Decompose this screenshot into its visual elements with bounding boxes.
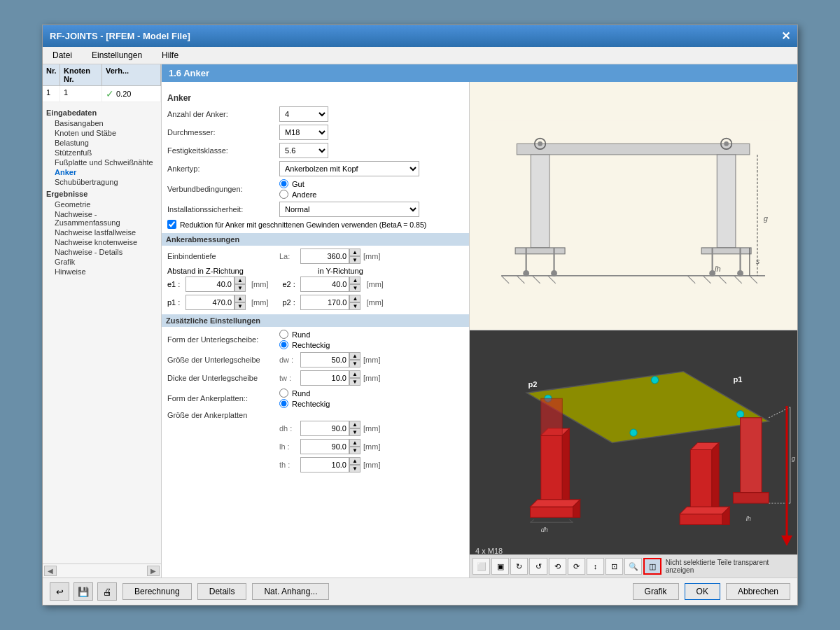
scroll-left[interactable]: ◀ — [44, 566, 57, 576]
e1-down[interactable]: ▼ — [234, 284, 246, 292]
nav-geometrie[interactable]: Geometrie — [46, 200, 158, 209]
dh-down[interactable]: ▼ — [349, 428, 360, 436]
tb-btn-4[interactable]: ↺ — [529, 558, 547, 575]
la-input[interactable] — [300, 248, 349, 264]
cell-nr: 1 — [43, 86, 60, 102]
scheibe-rund-option[interactable]: Rund — [279, 330, 330, 339]
th-down[interactable]: ▼ — [349, 465, 360, 472]
menu-hilfe[interactable]: Hilfe — [158, 49, 183, 62]
nav-schub[interactable]: Schubübertragung — [46, 177, 158, 187]
e1-input[interactable] — [186, 276, 234, 292]
tb-btn-2[interactable]: ▣ — [491, 558, 509, 575]
tb-btn-3[interactable]: ↻ — [510, 558, 528, 575]
durchmesser-select[interactable]: M18 — [279, 125, 328, 140]
nav-grafik[interactable]: Grafik — [46, 257, 158, 267]
dh-up[interactable]: ▲ — [349, 421, 360, 428]
nav-nachweise-lastfall[interactable]: Nachweise lastfallweise — [46, 227, 158, 237]
festigkeit-label: Festigkeitsklasse: — [167, 146, 279, 155]
anker-rund-option[interactable]: Rund — [279, 388, 330, 398]
p1-up[interactable]: ▲ — [234, 295, 246, 302]
reduktion-checkbox[interactable] — [167, 220, 176, 229]
close-button[interactable]: ✕ — [781, 29, 790, 43]
tb-btn-7[interactable]: ↕ — [587, 558, 604, 575]
dw-down[interactable]: ▼ — [349, 360, 360, 368]
svg-text:lh: lh — [715, 265, 721, 273]
menu-einstellungen[interactable]: Einstellungen — [88, 49, 146, 62]
footer-save[interactable]: 💾 — [74, 582, 93, 601]
tb-btn-1[interactable]: ⬜ — [472, 558, 490, 575]
verbund-gut-option[interactable]: Gut — [279, 179, 316, 188]
nav-nachweise-knoten[interactable]: Nachweise knotenweise — [46, 237, 158, 247]
scheibe-rechteckig-option[interactable]: Rechteckig — [279, 340, 330, 349]
form-scheibe-group: Form der Unterlegscheibe: Rund Rechtecki… — [167, 330, 463, 349]
e2-input[interactable] — [300, 276, 349, 292]
nav-stuetzenfuss[interactable]: Stützenfuß — [46, 148, 158, 158]
form-ankerplatte-radio: Rund Rechteckig — [279, 388, 330, 408]
dh-input[interactable] — [300, 421, 349, 436]
nav-basisangaben[interactable]: Basisangaben — [46, 118, 158, 128]
nat-anhang-button[interactable]: Nat. Anhang... — [252, 583, 329, 600]
nav-eingabedaten[interactable]: Eingabedaten — [46, 108, 158, 117]
lh-down[interactable]: ▼ — [349, 447, 360, 454]
p1-down[interactable]: ▼ — [234, 302, 246, 310]
tw-up[interactable]: ▲ — [349, 370, 360, 378]
festigkeit-select[interactable]: 5.6 — [279, 143, 328, 158]
verbund-andere-option[interactable]: Andere — [279, 190, 316, 199]
th-up[interactable]: ▲ — [349, 457, 360, 465]
nav-fussplatte[interactable]: Fußplatte und Schweißnähte — [46, 158, 158, 167]
nav-nachweise-details[interactable]: Nachweise - Details — [46, 247, 158, 257]
installation-select[interactable]: Normal — [279, 202, 419, 217]
anzahl-select[interactable]: 4 — [279, 106, 328, 122]
nav-anker[interactable]: Anker — [46, 167, 158, 177]
lh-input[interactable] — [300, 439, 349, 454]
p2-input[interactable] — [300, 295, 349, 310]
dw-up[interactable]: ▲ — [349, 352, 360, 360]
svg-rect-9 — [702, 248, 752, 254]
lh-up[interactable]: ▲ — [349, 439, 360, 447]
svg-point-37 — [651, 376, 658, 383]
footer-undo[interactable]: ↩ — [50, 582, 69, 601]
table-row[interactable]: 1 1 ✓ 0.20 — [43, 86, 161, 102]
svg-marker-46 — [690, 449, 712, 514]
footer-print[interactable]: 🖨 — [97, 582, 117, 601]
nav-hinweise[interactable]: Hinweise — [46, 267, 158, 276]
ankertyp-select[interactable]: Ankerbolzen mit Kopf — [279, 161, 419, 176]
dw-input[interactable] — [300, 352, 349, 368]
th-input[interactable] — [300, 457, 349, 472]
groesse-anker-group: Größe der Ankerplatten — [167, 411, 463, 419]
tb-btn-transparent[interactable]: ◫ — [643, 558, 661, 575]
nav-nachweise-zusammen[interactable]: Nachweise - Zusammenfassung — [46, 209, 158, 227]
grafik-button[interactable]: Grafik — [633, 583, 679, 600]
svg-text:s: s — [756, 257, 760, 265]
p1-input[interactable] — [186, 295, 234, 310]
left-panel: Nr. Knoten Nr. Verh... 1 1 ✓ 0.20 Eingab… — [43, 64, 162, 578]
tw-input[interactable] — [300, 370, 349, 386]
la-down[interactable]: ▼ — [349, 256, 360, 264]
p2-down[interactable]: ▼ — [349, 302, 360, 310]
tb-btn-6[interactable]: ⟳ — [568, 558, 585, 575]
scroll-right[interactable]: ▶ — [147, 566, 160, 576]
nav-knoten-staebe[interactable]: Knoten und Stäbe — [46, 128, 158, 138]
nav-belastung[interactable]: Belastung — [46, 138, 158, 148]
tw-label: tw : — [279, 374, 300, 382]
tb-btn-8[interactable]: ⊡ — [606, 558, 623, 575]
tb-btn-5[interactable]: ⟲ — [549, 558, 566, 575]
menu-datei[interactable]: Datei — [48, 49, 76, 62]
e1-up[interactable]: ▲ — [234, 276, 246, 284]
ok-button[interactable]: OK — [685, 583, 720, 600]
cell-verh: ✓ 0.20 — [102, 86, 161, 102]
tb-btn-9[interactable]: 🔍 — [624, 558, 642, 575]
svg-marker-52 — [741, 417, 762, 492]
details-button[interactable]: Details — [197, 583, 247, 600]
berechnung-button[interactable]: Berechnung — [122, 583, 192, 600]
svg-marker-54 — [541, 398, 563, 435]
nav-ergebnisse[interactable]: Ergebnisse — [46, 190, 158, 198]
p2-up[interactable]: ▲ — [349, 295, 360, 302]
svg-marker-40 — [541, 435, 563, 507]
abbrechen-button[interactable]: Abbrechen — [726, 583, 790, 600]
tw-down[interactable]: ▼ — [349, 378, 360, 386]
la-up[interactable]: ▲ — [349, 248, 360, 256]
e2-down[interactable]: ▼ — [349, 284, 360, 292]
anker-rechteckig-option[interactable]: Rechteckig — [279, 399, 330, 408]
e2-up[interactable]: ▲ — [349, 276, 360, 284]
